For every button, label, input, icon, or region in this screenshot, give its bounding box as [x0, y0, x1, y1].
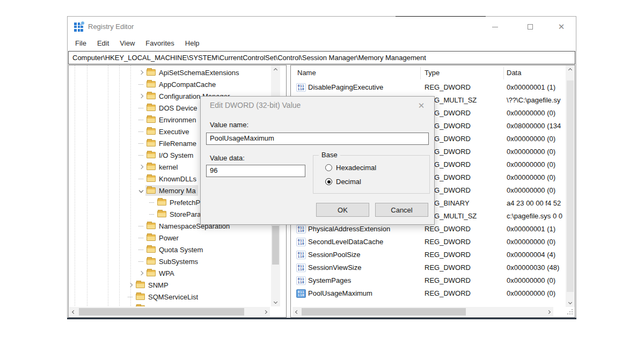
folder-icon — [147, 235, 156, 241]
value-name-label: Value name: — [210, 121, 248, 129]
scroll-right-button[interactable] — [261, 307, 270, 317]
list-row-sessionviewsize[interactable]: 011110SessionViewSizeREG_DWORD0x00000030… — [291, 261, 565, 274]
chevron-down-icon[interactable] — [136, 189, 145, 192]
folder-icon — [136, 294, 145, 300]
radio-decimal[interactable]: Decimal — [325, 178, 361, 186]
chevron-left-icon — [72, 310, 76, 313]
minimize-button[interactable] — [486, 20, 504, 34]
tree-item-filerename[interactable]: FileRename — [69, 137, 199, 149]
tree-item-label: AppCompatCache — [159, 80, 216, 89]
chevron-up-icon — [568, 68, 572, 72]
menu-bar: FileEditViewFavoritesHelp — [70, 37, 205, 50]
scrollbar-thumb[interactable] — [79, 308, 244, 316]
cell-type: REG_DWORD — [425, 225, 471, 233]
page-background: Registry Editor ✕ FileEditViewFavoritesH… — [0, 0, 644, 337]
base-group-label: Base — [319, 151, 340, 159]
chevron-right-icon[interactable] — [136, 71, 145, 74]
tree-item-label: PrefetchP — [170, 199, 200, 207]
tree-item-dos-device[interactable]: DOS Device — [69, 102, 200, 114]
tree-item-label: I/O System — [159, 151, 193, 159]
list-row-disablepagingexecutive[interactable]: 011110DisablePagingExecutiveREG_DWORD0x0… — [291, 81, 565, 94]
scroll-left-button[interactable] — [69, 307, 78, 317]
column-separator[interactable] — [420, 67, 421, 79]
tree-item-quota-system[interactable]: Quota System — [69, 244, 205, 255]
value-name-input[interactable]: PoolUsageMaximum — [206, 133, 429, 145]
tree-item-storepara[interactable]: StorePara — [69, 208, 203, 220]
folder-icon — [147, 93, 156, 99]
tree-item-wpa[interactable]: WPA — [69, 267, 177, 279]
dword-value-icon: 011110 — [296, 263, 306, 272]
folder-icon — [147, 164, 156, 170]
radio-hexadecimal[interactable]: Hexadecimal — [325, 164, 376, 172]
column-header-data[interactable]: Data — [507, 69, 521, 77]
column-header-type[interactable]: Type — [425, 69, 440, 77]
tree-item-snmp[interactable]: SNMP — [69, 279, 171, 291]
scroll-up-button[interactable] — [271, 65, 280, 75]
registry-editor-app-icon — [74, 23, 83, 32]
maximize-button[interactable] — [521, 20, 539, 34]
folder-icon — [147, 258, 156, 265]
dword-value-icon: 011110 — [296, 225, 306, 233]
chevron-right-icon[interactable] — [126, 283, 135, 287]
resize-grip[interactable] — [567, 309, 573, 315]
value-data-input[interactable]: 96 — [206, 165, 305, 177]
menu-item-edit[interactable]: Edit — [92, 37, 114, 50]
cell-data: 0x00000000 (0) — [507, 238, 555, 246]
list-row-sessionpoolsize[interactable]: 011110SessionPoolSizeREG_DWORD0x00000004… — [291, 248, 565, 261]
cell-data: 0x00000000 (0) — [507, 109, 555, 117]
menu-item-view[interactable]: View — [114, 37, 140, 50]
tree-item-prefetchp[interactable]: PrefetchP — [69, 196, 202, 208]
menu-item-favorites[interactable]: Favorites — [140, 37, 179, 50]
tree-item-memory-ma[interactable]: Memory Ma — [69, 185, 198, 196]
scrollbar-thumb[interactable] — [567, 80, 574, 292]
tree-item-power[interactable]: Power — [69, 232, 181, 244]
scroll-left-button[interactable] — [292, 307, 302, 317]
address-bar[interactable]: Computer\HKEY_LOCAL_MACHINE\SYSTEM\Curre… — [68, 51, 575, 64]
tree-item-executive[interactable]: Executive — [69, 126, 191, 137]
tree-item-s[interactable]: S — [69, 303, 155, 306]
dword-value-icon: 011110 — [296, 238, 306, 246]
leaf-connector-icon — [136, 238, 145, 238]
folder-icon — [157, 199, 166, 206]
radio-decimal-label: Decimal — [336, 178, 361, 186]
cancel-button[interactable]: Cancel — [375, 203, 428, 217]
menu-item-help[interactable]: Help — [180, 37, 205, 50]
column-header-name[interactable]: Name — [297, 69, 316, 77]
close-button[interactable]: ✕ — [552, 20, 570, 34]
list-row-poolusagemaximum[interactable]: 011110PoolUsageMaximumREG_DWORD0x0000000… — [291, 287, 565, 300]
tree-item-apisetschemaextensions[interactable]: ApiSetSchemaExtensions — [69, 67, 241, 78]
chevron-right-icon[interactable] — [136, 272, 145, 275]
edit-dword-dialog: Edit DWORD (32-bit) Value ✕ Value name: … — [200, 96, 435, 225]
list-horizontal-scrollbar[interactable] — [292, 307, 553, 317]
list-row-secondleveldatacache[interactable]: 011110SecondLevelDataCacheREG_DWORD0x000… — [291, 236, 565, 248]
chevron-right-icon[interactable] — [136, 94, 145, 98]
scroll-right-button[interactable] — [544, 307, 553, 317]
list-row-systempages[interactable]: 011110SystemPagesREG_DWORD0x00000000 (0) — [291, 274, 565, 287]
cell-data: \??\C:\pagefile.sy — [507, 96, 560, 104]
scroll-down-button[interactable] — [566, 298, 575, 307]
folder-icon — [136, 305, 145, 306]
tree-horizontal-scrollbar[interactable] — [69, 307, 270, 317]
tree-item-sqmservicelist[interactable]: SQMServiceList — [69, 291, 200, 303]
cell-data: 0x00000000 (0) — [507, 135, 555, 143]
tree-item-label: Memory Ma — [159, 187, 196, 195]
folder-icon — [147, 223, 156, 229]
tree-item-subsystems[interactable]: SubSystems — [69, 255, 200, 267]
dialog-close-button[interactable]: ✕ — [415, 100, 427, 112]
scrollbar-thumb[interactable] — [302, 308, 466, 316]
folder-icon — [147, 69, 156, 76]
tree-item-i-o-system[interactable]: I/O System — [69, 149, 195, 161]
chevron-right-icon[interactable] — [136, 165, 145, 169]
column-separator[interactable] — [503, 67, 504, 79]
menu-item-file[interactable]: File — [70, 37, 92, 50]
tree-item-environmen[interactable]: Environmen — [69, 114, 198, 126]
scrollbar-thumb[interactable] — [272, 226, 279, 265]
scroll-down-button[interactable] — [271, 297, 280, 306]
tree-item-appcompatcache[interactable]: AppCompatCache — [69, 78, 218, 90]
list-vertical-scrollbar[interactable] — [566, 65, 575, 307]
leaf-connector-icon — [136, 155, 145, 156]
scroll-up-button[interactable] — [566, 65, 575, 75]
tree-item-knowndlls[interactable]: KnownDLLs — [69, 173, 199, 185]
ok-button[interactable]: OK — [316, 203, 369, 217]
tree-item-kernel[interactable]: kernel — [69, 161, 180, 173]
